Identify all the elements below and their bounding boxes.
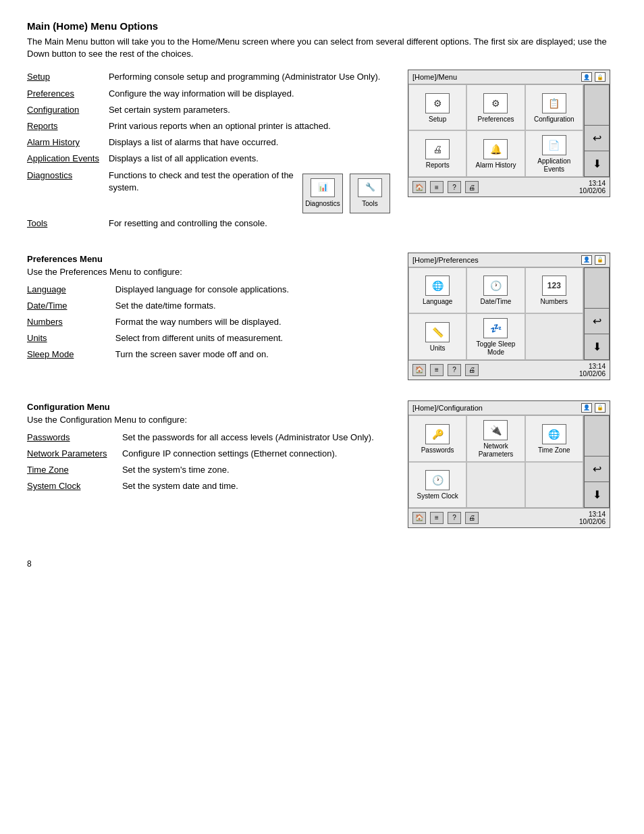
back-btn[interactable]: ↩	[584, 126, 610, 151]
network-label: Network Parameters	[470, 442, 521, 459]
blank-top-btn	[584, 84, 610, 126]
list-item: Passwords Set the passwords for all acce…	[27, 430, 394, 446]
grid-cell-system-clock[interactable]: 🕐 System Clock	[408, 462, 466, 508]
menu-footer-icon[interactable]: ≡	[430, 512, 444, 524]
network-icon: 🔌	[483, 420, 508, 440]
screen-header: [Home]/Preferences 👤 🔒	[408, 253, 610, 267]
back-btn[interactable]: ↩	[584, 457, 610, 482]
screen-header: [Home]/Menu 👤 🔒	[408, 70, 610, 84]
setup-icon: ⚙	[425, 93, 450, 113]
configuration-screen: [Home]/Configuration 👤 🔒 🔑 Passwords 🔌 N…	[408, 400, 617, 528]
grid-cell-language[interactable]: 🌐 Language	[408, 267, 466, 313]
footer-time: 13:14 10/02/06	[579, 180, 606, 194]
grid-area: 🌐 Language 🕐 Date/Time 123 Numbers 📏 Uni…	[408, 267, 584, 360]
screen-body: 🌐 Language 🕐 Date/Time 123 Numbers 📏 Uni…	[408, 267, 610, 360]
item-label: Reports	[27, 119, 109, 135]
item-desc: Set the date/time formats.	[115, 298, 394, 315]
grid-cell-passwords[interactable]: 🔑 Passwords	[408, 415, 466, 462]
grid-cell-alarm-history[interactable]: 🔔 Alarm History	[466, 130, 525, 177]
help-footer-icon[interactable]: ?	[448, 512, 461, 524]
user-icon: 👤	[581, 72, 592, 82]
grid-cell-sleep-mode[interactable]: 💤 Toggle Sleep Mode	[466, 313, 525, 360]
screen-footer: 🏠 ≡ ? 🖨 13:14 10/02/06	[408, 508, 610, 527]
system-clock-label: System Clock	[417, 492, 458, 500]
help-footer-icon[interactable]: ?	[448, 364, 461, 376]
down-btn[interactable]: ⬇	[584, 334, 610, 360]
list-item: Time Zone Set the system's time zone.	[27, 463, 394, 479]
item-label: Time Zone	[27, 463, 122, 479]
grid-cell-preferences[interactable]: ⚙ Preferences	[466, 84, 525, 130]
print-footer-icon[interactable]: 🖨	[465, 364, 479, 376]
item-desc: Displays a list of alarms that have occu…	[109, 135, 394, 151]
home-footer-icon[interactable]: 🏠	[412, 512, 426, 524]
diagnostics-icon: 📊	[311, 178, 335, 197]
configuration-label: Configuration	[534, 115, 574, 124]
grid-cell-time-zone[interactable]: 🌐 Time Zone	[525, 415, 583, 462]
blank-top-btn	[584, 267, 610, 309]
item-label: Passwords	[27, 430, 122, 446]
item-label: Network Parameters	[27, 446, 122, 463]
lock-icon: 🔒	[595, 403, 606, 413]
item-desc: Set the system's time zone.	[122, 463, 394, 479]
down-btn[interactable]: ⬇	[584, 151, 610, 177]
grid-cell-reports[interactable]: 🖨 Reports	[408, 130, 466, 177]
menu-footer-icon[interactable]: ≡	[430, 181, 444, 193]
list-item: Diagnostics Functions to check and test …	[27, 168, 394, 216]
grid-cell-datetime[interactable]: 🕐 Date/Time	[466, 267, 525, 313]
item-desc: Print various reports when an optional p…	[109, 119, 394, 135]
item-desc: Select from different units of measureme…	[115, 331, 394, 347]
user-icon: 👤	[581, 403, 592, 413]
screen-header-right: 👤 🔒	[581, 72, 606, 82]
down-btn[interactable]: ⬇	[584, 482, 610, 508]
list-item: Date/Time Set the date/time formats.	[27, 298, 394, 315]
date-display: 10/02/06	[579, 518, 606, 525]
configuration-section: Configuration Menu Use the Configuration…	[27, 400, 617, 528]
setup-label: Setup	[429, 115, 446, 124]
item-desc: Performing console setup and programming…	[109, 70, 394, 86]
print-footer-icon[interactable]: 🖨	[465, 181, 479, 193]
preferences-menu-table: Language Displayed language for console …	[27, 282, 394, 364]
grid-area: ⚙ Setup ⚙ Preferences 📋 Configuration 🖨	[408, 84, 584, 177]
lock-icon: 🔒	[595, 72, 606, 82]
list-item: Network Parameters Configure IP connecti…	[27, 446, 394, 463]
item-desc: Configure IP connection settings (Ethern…	[122, 446, 394, 463]
item-desc: Set the passwords for all access levels …	[122, 430, 394, 446]
grid-cell-empty-2	[525, 462, 583, 508]
screen-footer: 🏠 ≡ ? 🖨 13:14 10/02/06	[408, 360, 610, 380]
grid-cell-numbers[interactable]: 123 Numbers	[525, 267, 583, 313]
item-label: Sleep Mode	[27, 347, 115, 363]
menu-footer-icon[interactable]: ≡	[430, 364, 444, 376]
blank-top-btn	[584, 415, 610, 457]
item-label: Language	[27, 282, 115, 298]
grid-cell-units[interactable]: 📏 Units	[408, 313, 466, 360]
units-label: Units	[430, 344, 446, 353]
help-footer-icon[interactable]: ?	[448, 181, 461, 193]
preferences-device: [Home]/Preferences 👤 🔒 🌐 Language 🕐 Date…	[408, 253, 610, 380]
configuration-menu-table: Passwords Set the passwords for all acce…	[27, 430, 394, 496]
passwords-icon: 🔑	[425, 424, 450, 444]
preferences-label: Preferences	[478, 115, 514, 124]
grid-cell-application-events[interactable]: 📄 Application Events	[525, 130, 583, 177]
configuration-device: [Home]/Configuration 👤 🔒 🔑 Passwords 🔌 N…	[408, 400, 610, 528]
item-label: Setup	[27, 70, 109, 86]
grid-cell-setup[interactable]: ⚙ Setup	[408, 84, 466, 130]
system-clock-icon: 🕐	[425, 470, 450, 490]
item-desc: For resetting and controlling the consol…	[109, 216, 394, 232]
item-label: Preferences	[27, 86, 109, 103]
item-desc: Turn the screen saver mode off and on.	[115, 347, 394, 363]
print-footer-icon[interactable]: 🖨	[465, 512, 479, 524]
datetime-label: Date/Time	[481, 298, 512, 306]
home-footer-icon[interactable]: 🏠	[412, 181, 426, 193]
list-item: Sleep Mode Turn the screen saver mode of…	[27, 347, 394, 363]
home-footer-icon[interactable]: 🏠	[412, 364, 426, 376]
numbers-icon: 123	[542, 276, 566, 296]
back-btn[interactable]: ↩	[584, 309, 610, 334]
preferences-title: Preferences Menu	[27, 254, 394, 264]
grid-cell-configuration[interactable]: 📋 Configuration	[525, 84, 583, 130]
item-label: Units	[27, 331, 115, 347]
grid-cell-network-params[interactable]: 🔌 Network Parameters	[466, 415, 525, 462]
screen-header-right: 👤 🔒	[581, 403, 606, 413]
app-events-label: Application Events	[529, 157, 580, 174]
units-icon: 📏	[425, 322, 450, 342]
footer-icons: 🏠 ≡ ? 🖨	[412, 181, 479, 193]
